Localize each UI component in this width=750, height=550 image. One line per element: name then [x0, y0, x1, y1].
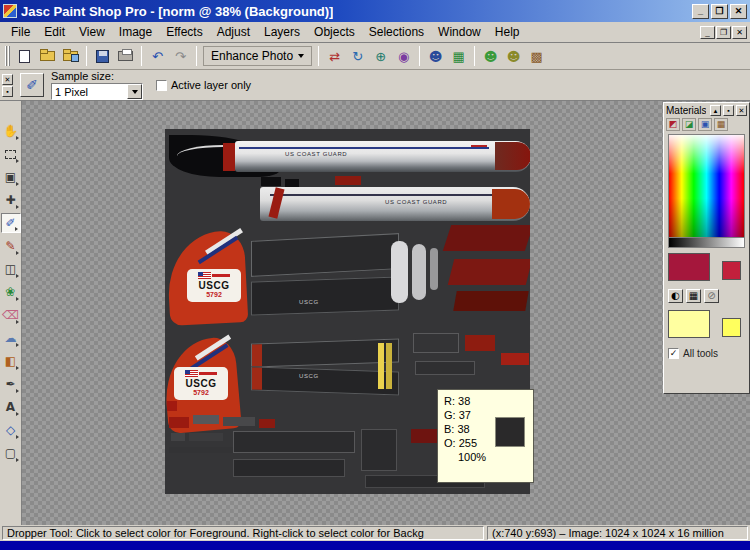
swatches-tab-icon[interactable]: ▣ — [698, 118, 712, 131]
tooltip-color-swatch — [495, 417, 525, 447]
mdi-minimize-button[interactable]: _ — [700, 26, 715, 39]
open-button[interactable] — [36, 45, 59, 67]
close-button[interactable]: ✕ — [730, 4, 747, 19]
background-swatch-row — [668, 310, 745, 344]
texture-part — [252, 344, 262, 366]
browse-button[interactable] — [59, 45, 82, 67]
menu-help[interactable]: Help — [488, 23, 527, 41]
menu-view[interactable]: View — [72, 23, 112, 41]
foreground-alt-swatch[interactable] — [722, 261, 741, 280]
new-button[interactable] — [13, 45, 36, 67]
texture-part — [471, 145, 487, 149]
airbrush-tool[interactable]: ☁ — [1, 328, 21, 348]
texture-part — [361, 429, 397, 471]
menu-adjust[interactable]: Adjust — [210, 23, 257, 41]
flood-fill-tool[interactable]: ◧ — [1, 351, 21, 371]
text-tool[interactable]: A — [1, 397, 21, 417]
mdi-close-button[interactable]: ✕ — [732, 26, 747, 39]
redo-icon: ↷ — [175, 49, 186, 64]
rotate-button[interactable]: ↻ — [346, 45, 369, 67]
toolbar-grip[interactable] — [5, 46, 10, 66]
move-tool[interactable]: ✚ — [1, 190, 21, 210]
pen-tool[interactable]: ✒ — [1, 374, 21, 394]
clone-tool[interactable]: ◫ — [1, 259, 21, 279]
menu-selections[interactable]: Selections — [362, 23, 431, 41]
rainbow-tab-icon[interactable]: ◪ — [682, 118, 696, 131]
print-button[interactable] — [114, 45, 137, 67]
people-alt-button[interactable]: ☻ — [502, 45, 525, 67]
menu-effects[interactable]: Effects — [159, 23, 209, 41]
background-color-swatch[interactable] — [668, 310, 710, 338]
preset-shapes-tool[interactable]: ◇ — [1, 420, 21, 440]
eraser-tool[interactable]: ⌫ — [1, 305, 21, 325]
all-tools-checkbox[interactable]: ✓ — [668, 348, 679, 359]
minimize-button[interactable]: _ — [692, 4, 709, 19]
selection-tool[interactable] — [1, 144, 21, 164]
toolbar-separator — [474, 46, 475, 66]
foreground-color-swatch[interactable] — [668, 253, 710, 281]
texture-part — [233, 431, 355, 453]
enhance-photo-dropdown[interactable]: Enhance Photo — [203, 46, 312, 66]
portrait-button[interactable]: ☻ — [424, 45, 447, 67]
sample-size-select[interactable]: 1 Pixel — [51, 83, 143, 100]
menu-objects[interactable]: Objects — [307, 23, 362, 41]
menu-window[interactable]: Window — [431, 23, 488, 41]
perspective-button[interactable]: ◉ — [392, 45, 415, 67]
pan-tool[interactable]: ✋ — [1, 121, 21, 141]
menu-edit[interactable]: Edit — [37, 23, 72, 41]
options-close-button[interactable]: ✕ — [2, 74, 13, 85]
materials-pin-button[interactable]: ▪ — [723, 105, 734, 116]
status-bar: Dropper Tool: Click to select color for … — [0, 525, 750, 541]
object-selector-tool[interactable]: ▢ — [1, 443, 21, 463]
materials-palette: Materials ▴ ▪ ✕ ◩ ◪ ▣ ▦ ◐ ▦ ⊘ — [663, 102, 750, 394]
grid-tab-icon[interactable]: ▦ — [714, 118, 728, 131]
style-transparent-button[interactable]: ⊘ — [704, 289, 719, 303]
texture-part — [285, 179, 299, 187]
current-tool-button[interactable]: ✐ — [20, 73, 44, 97]
texture-part — [169, 417, 189, 428]
people-icon: ☻ — [484, 49, 498, 64]
dropper-tool[interactable]: ✐ — [1, 213, 21, 233]
airbrush-icon: ☁ — [5, 331, 17, 345]
materials-rollup-button[interactable]: ▴ — [710, 105, 721, 116]
texture-part — [335, 176, 361, 185]
menu-image[interactable]: Image — [112, 23, 159, 41]
workspace: US COAST GUARD US COAST GUARD USCG 5792 — [22, 101, 750, 525]
materials-close-button[interactable]: ✕ — [736, 105, 747, 116]
menu-layers[interactable]: Layers — [257, 23, 307, 41]
maximize-button[interactable]: ❐ — [711, 4, 728, 19]
paintbrush-tool[interactable]: ✎ — [1, 236, 21, 256]
resize-icon: ⇄ — [329, 49, 340, 64]
style-texture-button[interactable]: ▦ — [686, 289, 701, 303]
background-alt-swatch[interactable] — [722, 318, 741, 337]
redo-button[interactable]: ↷ — [169, 45, 192, 67]
texture-part — [259, 419, 275, 428]
texture-part — [270, 194, 500, 196]
save-button[interactable] — [91, 45, 114, 67]
frame-tab-icon[interactable]: ◩ — [666, 118, 680, 131]
menu-file[interactable]: File — [4, 23, 37, 41]
sample-size-dropdown-button[interactable] — [127, 84, 142, 99]
texture-part — [386, 343, 392, 389]
crop-tool[interactable]: ▣ — [1, 167, 21, 187]
mdi-restore-button[interactable]: ❐ — [716, 26, 731, 39]
available-colors-picker[interactable] — [668, 134, 745, 238]
picture-tube-tool[interactable]: ❀ — [1, 282, 21, 302]
texture-part — [443, 225, 530, 251]
undo-button[interactable]: ↶ — [146, 45, 169, 67]
grayscale-ramp[interactable] — [668, 238, 745, 248]
resize-button[interactable]: ⇄ — [323, 45, 346, 67]
people-alt-icon: ☻ — [507, 49, 521, 64]
texture-part — [430, 248, 438, 290]
landscape-button[interactable]: ▦ — [447, 45, 470, 67]
people-button[interactable]: ☻ — [479, 45, 502, 67]
active-layer-checkbox[interactable] — [156, 80, 167, 91]
straighten-button[interactable]: ⊕ — [369, 45, 392, 67]
options-pin-button[interactable]: ▪ — [2, 86, 13, 97]
tube-button[interactable]: ▩ — [525, 45, 548, 67]
status-coordinates: (x:740 y:693) – Image: 1024 x 1024 x 16 … — [487, 526, 748, 540]
badge-uscg-text: USCG — [174, 378, 228, 389]
options-palette-controls: ✕ ▪ — [2, 74, 13, 97]
style-color-button[interactable]: ◐ — [668, 289, 683, 303]
open-folder-icon — [40, 51, 55, 61]
